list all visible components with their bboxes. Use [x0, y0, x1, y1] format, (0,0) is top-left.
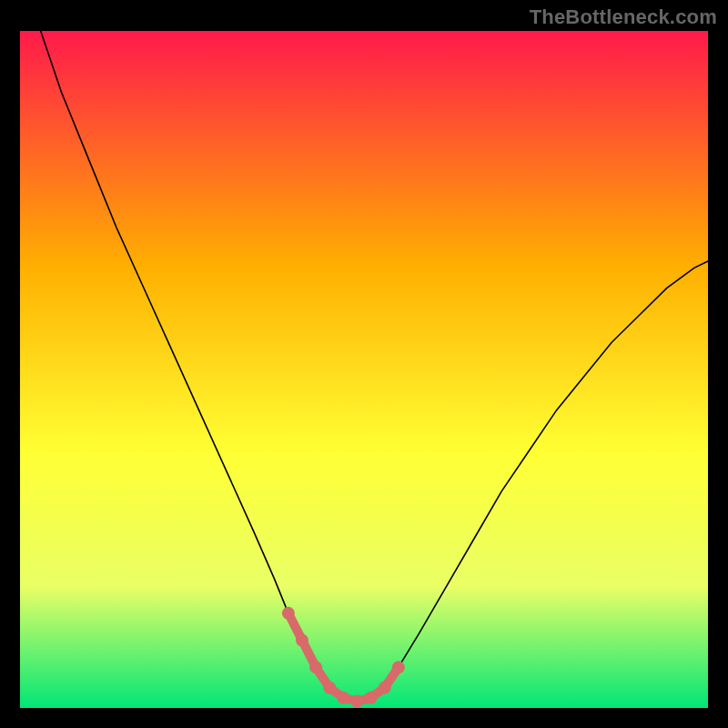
highlight-marker — [323, 682, 336, 694]
highlight-marker — [350, 695, 363, 708]
highlight-marker — [296, 634, 308, 647]
highlight-marker — [337, 692, 349, 704]
highlight-marker — [309, 661, 322, 673]
watermark-text: TheBottleneck.com — [530, 5, 717, 29]
highlight-marker — [379, 682, 391, 694]
plot-background — [20, 31, 708, 708]
highlight-marker — [365, 692, 378, 704]
highlight-marker — [392, 661, 405, 673]
highlight-marker — [282, 607, 295, 620]
bottleneck-chart: TheBottleneck.com — [0, 0, 728, 728]
chart-svg — [0, 0, 728, 728]
